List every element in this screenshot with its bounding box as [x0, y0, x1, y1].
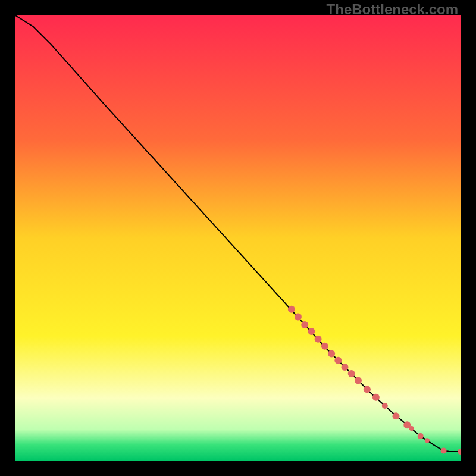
data-marker: [301, 321, 308, 328]
chart-plot-area: [15, 15, 461, 461]
data-marker: [382, 403, 388, 409]
chart-background-gradient: [15, 15, 461, 461]
data-marker: [288, 306, 295, 313]
data-marker: [441, 448, 447, 454]
chart-svg: [15, 15, 461, 461]
data-marker: [418, 433, 424, 439]
data-marker: [334, 357, 342, 364]
data-marker: [308, 328, 315, 335]
data-marker: [425, 438, 430, 443]
data-marker: [321, 343, 328, 350]
data-marker: [393, 412, 400, 419]
data-marker: [372, 394, 380, 401]
data-marker: [409, 426, 414, 431]
data-marker: [342, 364, 349, 371]
data-marker: [355, 377, 362, 384]
data-marker: [295, 313, 302, 320]
data-marker: [364, 386, 371, 393]
data-marker: [315, 336, 322, 343]
data-marker: [348, 370, 355, 377]
data-marker: [328, 350, 335, 358]
